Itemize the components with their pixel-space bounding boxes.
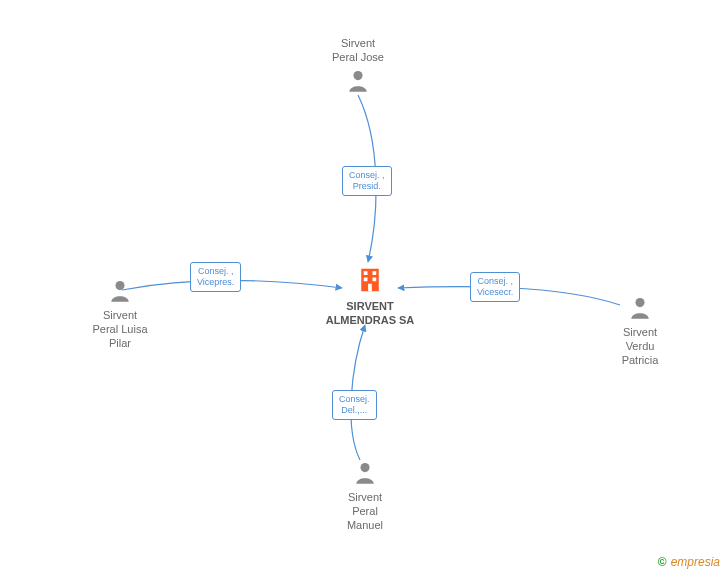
person-label-left: Sirvent Peral Luisa Pilar xyxy=(80,308,160,350)
person-label-bottom: Sirvent Peral Manuel xyxy=(330,490,400,532)
svg-rect-5 xyxy=(368,284,372,292)
role-label-left: Consej. , Vicepres. xyxy=(190,262,241,292)
person-node-right[interactable]: Sirvent Verdu Patricia xyxy=(600,295,680,367)
copyright-symbol: © xyxy=(658,555,667,569)
brand-name: empresia xyxy=(671,555,720,569)
company-label: SIRVENT ALMENDRAS SA xyxy=(325,299,415,327)
role-label-right: Consej. , Vicesecr. xyxy=(470,272,520,302)
building-icon xyxy=(355,265,385,295)
person-label-top: Sirvent Peral Jose xyxy=(323,36,393,64)
svg-point-9 xyxy=(360,463,369,472)
role-label-top: Consej. , Presid. xyxy=(342,166,392,196)
svg-rect-4 xyxy=(373,278,377,282)
person-icon xyxy=(107,278,133,304)
svg-point-6 xyxy=(353,71,362,80)
company-node[interactable]: SIRVENT ALMENDRAS SA xyxy=(325,265,415,327)
svg-point-8 xyxy=(635,298,644,307)
person-icon xyxy=(352,460,378,486)
person-icon xyxy=(627,295,653,321)
svg-rect-3 xyxy=(364,278,368,282)
svg-point-7 xyxy=(115,281,124,290)
person-node-bottom[interactable]: Sirvent Peral Manuel xyxy=(330,460,400,532)
person-node-left[interactable]: Sirvent Peral Luisa Pilar xyxy=(80,278,160,350)
person-node-top[interactable]: Sirvent Peral Jose xyxy=(323,32,393,94)
svg-rect-1 xyxy=(364,271,368,275)
person-label-right: Sirvent Verdu Patricia xyxy=(600,325,680,367)
org-diagram: SIRVENT ALMENDRAS SA Sirvent Peral Jose … xyxy=(0,0,728,575)
watermark: ©empresia xyxy=(658,555,720,569)
svg-rect-2 xyxy=(373,271,377,275)
role-label-bottom: Consej. Del.,... xyxy=(332,390,377,420)
person-icon xyxy=(345,68,371,94)
